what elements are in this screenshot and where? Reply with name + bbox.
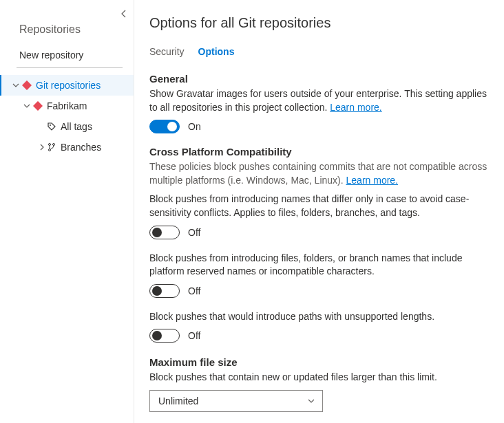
svg-point-4 xyxy=(53,144,55,146)
section-heading-crossplatform: Cross Platform Compatibility xyxy=(149,146,489,158)
gravatar-toggle-label: On xyxy=(188,121,201,132)
learn-more-link[interactable]: Learn more. xyxy=(346,175,398,186)
chevron-down-icon xyxy=(22,102,32,109)
svg-point-5 xyxy=(49,149,51,151)
learn-more-link[interactable]: Learn more. xyxy=(330,102,381,113)
max-filesize-select[interactable]: Unlimited xyxy=(149,390,323,412)
tree-item-label: Branches xyxy=(58,142,101,153)
policy-path-toggle[interactable] xyxy=(149,329,180,343)
policy-toggle-label: Off xyxy=(188,285,200,296)
tree-item-label: All tags xyxy=(58,121,92,132)
tabs: Security Options xyxy=(149,43,489,61)
sidebar-title: Repositories xyxy=(0,19,134,45)
page-title: Options for all Git repositories xyxy=(149,15,489,31)
git-icon xyxy=(21,80,33,90)
repo-tree: Git repositories Fabrikam All tags xyxy=(0,75,134,158)
tab-options[interactable]: Options xyxy=(198,43,235,60)
tree-item-all-tags[interactable]: All tags xyxy=(0,116,134,137)
tree-item-label: Fabrikam xyxy=(44,100,87,111)
svg-rect-1 xyxy=(33,101,43,111)
tab-security[interactable]: Security xyxy=(149,43,185,60)
general-description: Show Gravatar images for users outside o… xyxy=(149,87,489,114)
tag-icon xyxy=(45,122,58,131)
chevron-down-icon xyxy=(307,397,315,405)
policy-toggle-label: Off xyxy=(188,330,200,341)
tree-item-fabrikam[interactable]: Fabrikam xyxy=(0,96,134,116)
branch-icon xyxy=(45,142,58,152)
policy-text: Block pushes from introducing files, fol… xyxy=(149,252,489,279)
sidebar: Repositories New repository Git reposito… xyxy=(0,0,134,423)
policy-case-sensitivity: Block pushes from introducing names that… xyxy=(149,193,489,239)
chevron-down-icon xyxy=(11,82,21,89)
crossplatform-description: These policies block pushes containing c… xyxy=(149,160,489,187)
policy-text: Block pushes from introducing names that… xyxy=(149,193,489,219)
tree-item-label: Git repositories xyxy=(33,80,101,91)
tree-item-branches[interactable]: Branches xyxy=(0,137,134,158)
gravatar-toggle[interactable] xyxy=(149,120,180,133)
maxfilesize-description: Block pushes that contain new or updated… xyxy=(149,371,489,384)
chevron-right-icon xyxy=(39,144,45,151)
svg-point-3 xyxy=(49,144,51,146)
section-heading-general: General xyxy=(149,73,489,85)
sidebar-collapse-button[interactable] xyxy=(118,8,129,19)
policy-path-length: Block pushes that would introduce paths … xyxy=(149,310,489,343)
git-icon xyxy=(32,101,44,111)
policy-toggle-label: Off xyxy=(188,227,200,238)
policy-text: Block pushes that would introduce paths … xyxy=(149,310,489,324)
svg-rect-0 xyxy=(22,80,32,90)
main-content: Options for all Git repositories Securit… xyxy=(134,0,504,423)
policy-reserved-toggle[interactable] xyxy=(149,284,180,298)
policy-reserved-names: Block pushes from introducing files, fol… xyxy=(149,252,489,298)
select-value: Unlimited xyxy=(158,395,198,406)
svg-point-2 xyxy=(50,124,51,126)
policy-case-toggle[interactable] xyxy=(149,226,180,239)
tree-item-git-repositories[interactable]: Git repositories xyxy=(0,75,134,96)
section-heading-maxfilesize: Maximum file size xyxy=(149,356,489,368)
new-repository-link[interactable]: New repository xyxy=(17,45,123,68)
